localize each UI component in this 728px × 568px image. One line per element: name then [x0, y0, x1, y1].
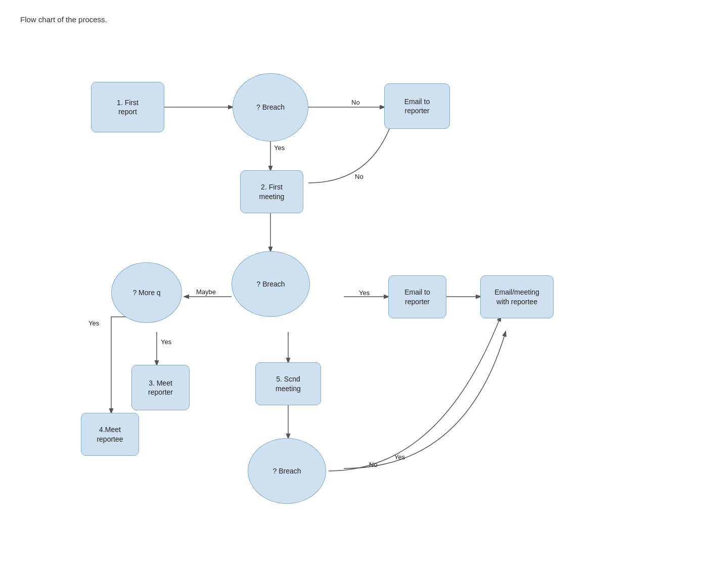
label-maybe: Maybe — [196, 288, 216, 296]
node-scnd-meeting: 5. Scnd meeting — [255, 362, 321, 405]
node-meet-reporter: 3. Meet reporter — [131, 365, 190, 410]
page-title: Flow chart of the process. — [20, 15, 708, 24]
label-yes1: Yes — [274, 144, 285, 152]
node-breach1: ? Breach — [233, 73, 308, 141]
label-no3: No — [369, 461, 378, 468]
node-more-q: ? More q — [111, 262, 182, 323]
label-yes3: Yes — [161, 338, 171, 346]
node-first-meeting: 2. First meeting — [240, 170, 303, 213]
node-email-meeting: Email/meeting with reportee — [480, 275, 554, 318]
label-yes5: Yes — [394, 453, 405, 461]
page: Flow chart of the process. — [0, 0, 728, 568]
label-yes2: Yes — [359, 289, 370, 297]
label-no1: No — [351, 99, 360, 106]
node-breach2: ? Breach — [232, 251, 310, 317]
node-email-reporter1: Email to reporter — [384, 83, 450, 129]
node-first-report: 1. First report — [91, 82, 164, 132]
node-breach3: ? Breach — [248, 438, 326, 504]
node-meet-reportee: 4.Meet reportee — [81, 413, 139, 456]
label-no2: No — [355, 173, 363, 180]
node-email-reporter2: Email to reporter — [388, 275, 446, 318]
flowchart: 1. First report ? Breach No Email to rep… — [61, 29, 667, 564]
label-yes4: Yes — [88, 319, 99, 327]
